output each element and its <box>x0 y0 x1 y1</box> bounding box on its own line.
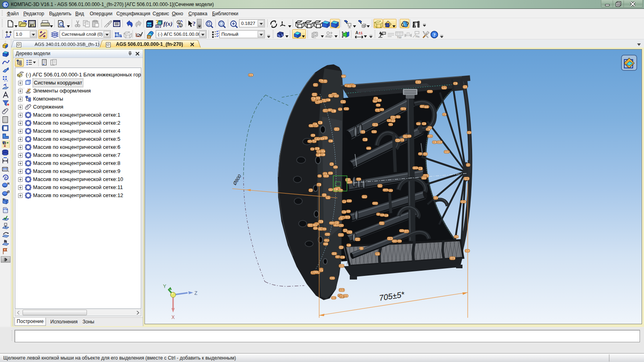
svg-text:ТШ: ТШ <box>397 36 401 39</box>
svg-text:±1: ±1 <box>359 31 363 35</box>
svg-text:A: A <box>355 31 358 35</box>
svg-text:2: 2 <box>180 24 182 27</box>
svg-text:?: ? <box>433 32 436 38</box>
svg-text:Ø: Ø <box>7 190 10 194</box>
svg-text:R: R <box>7 182 10 185</box>
svg-text:?: ? <box>192 21 196 27</box>
svg-text:Z: Z <box>194 290 197 296</box>
svg-text:X: X <box>171 315 175 320</box>
svg-text:Y: Y <box>163 284 166 289</box>
